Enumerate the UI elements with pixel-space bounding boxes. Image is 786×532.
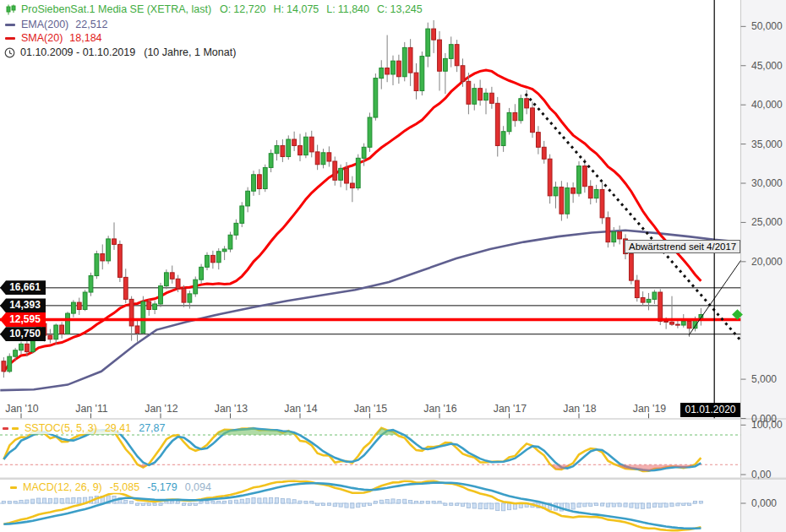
y-axis-label: 40,000 [751, 99, 783, 111]
trend-annotation[interactable]: Abwärtstrend seit 4/2017 [625, 240, 740, 253]
sma-label: SMA(20) [21, 32, 63, 44]
high-label: H: [274, 3, 285, 15]
macd-axis-label: 0,000 [751, 497, 777, 509]
sma-legend[interactable]: SMA(20) 18,184 [5, 32, 102, 44]
stoch-d-value: 27,87 [139, 422, 165, 434]
y-axis-label: 30,000 [751, 177, 783, 189]
x-axis-label: Jan '19 [629, 403, 671, 415]
stoch-red-dash-icon [3, 427, 8, 430]
y-axis-label: 25,000 [751, 216, 783, 228]
x-axis-label: Jan '14 [280, 403, 322, 415]
high-value: 14,075 [287, 3, 319, 15]
open-value: 12,720 [233, 3, 265, 15]
open-label: O: [220, 3, 231, 15]
stoch-axis-label: 100,00 [751, 419, 783, 431]
stoch-legend[interactable]: SSTOC(5, 5, 3) 29,41 27,87 [0, 422, 167, 434]
low-value: 11,840 [338, 3, 369, 15]
macd-legend[interactable]: MACD(12, 26, 9) -5,085 -5,179 0,094 [0, 481, 214, 493]
price-level-tag[interactable]: 12,595 [0, 312, 46, 327]
stoch-axis-label: 0,00 [751, 469, 771, 480]
x-axis-label: Jan '18 [559, 403, 601, 415]
last-price-diamond-icon [732, 309, 743, 320]
y-axis-label: 45,000 [751, 60, 783, 72]
stoch-yellow-dash-icon [12, 427, 19, 430]
ema-value: 22,512 [75, 19, 107, 30]
main-chart-legend[interactable]: ProSiebenSat.1 Media SE (XETRA, last) O:… [5, 3, 430, 15]
y-axis-label: 20,000 [751, 256, 783, 268]
instrument-title: ProSiebenSat.1 Media SE (XETRA, last) [21, 3, 211, 15]
charting-app: ProSiebenSat.1 Media SE (XETRA, last) O:… [0, 0, 786, 532]
price-level-tag[interactable]: 16,661 [0, 280, 46, 295]
macd-hist-value: 0,094 [185, 481, 211, 493]
date-range-row: 01.10.2009 - 01.10.2019 (10 Jahre, 1 Mon… [4, 46, 236, 58]
y-axis-label: 35,000 [751, 138, 783, 150]
ema-legend[interactable]: EMA(200) 22,512 [5, 19, 108, 30]
close-label: C: [377, 3, 388, 15]
x-axis-label: Jan '10 [1, 403, 43, 415]
clock-icon [4, 47, 15, 58]
ema-label: EMA(200) [21, 19, 68, 30]
candlestick-icon [5, 4, 16, 15]
price-level-tag[interactable]: 14,393 [0, 298, 46, 312]
low-label: L: [326, 3, 335, 15]
x-axis-label: Jan '12 [140, 403, 183, 415]
y-axis-label: 50,000 [751, 20, 783, 32]
macd-yellow-dash-icon [10, 486, 17, 489]
macd-label: MACD(12, 26, 9) [23, 481, 102, 493]
x-axis-label: Jan '16 [419, 403, 461, 415]
close-value: 13,245 [390, 3, 423, 15]
date-range-note: (10 Jahre, 1 Monat) [144, 46, 236, 58]
date-range: 01.10.2009 - 01.10.2019 [20, 46, 135, 58]
sma-value: 18,184 [69, 32, 101, 44]
future-date-tag[interactable]: 01.01.2020 [680, 403, 740, 417]
sma-line-swatch-icon [5, 37, 15, 40]
stoch-label: SSTOC(5, 5, 3) [25, 422, 97, 434]
x-axis-label: Jan '11 [71, 403, 113, 415]
x-axis-label: Jan '13 [210, 403, 253, 415]
stoch-k-value: 29,41 [105, 422, 131, 434]
x-axis-label: Jan '15 [350, 403, 392, 415]
x-axis-label: Jan '17 [489, 403, 532, 415]
macd-value: -5,085 [110, 481, 139, 493]
ema-line-swatch-icon [5, 24, 15, 26]
price-level-tag[interactable]: 10,750 [0, 327, 46, 341]
y-axis-label: 5,000 [751, 373, 777, 385]
macd-signal-value: -5,179 [147, 481, 177, 493]
